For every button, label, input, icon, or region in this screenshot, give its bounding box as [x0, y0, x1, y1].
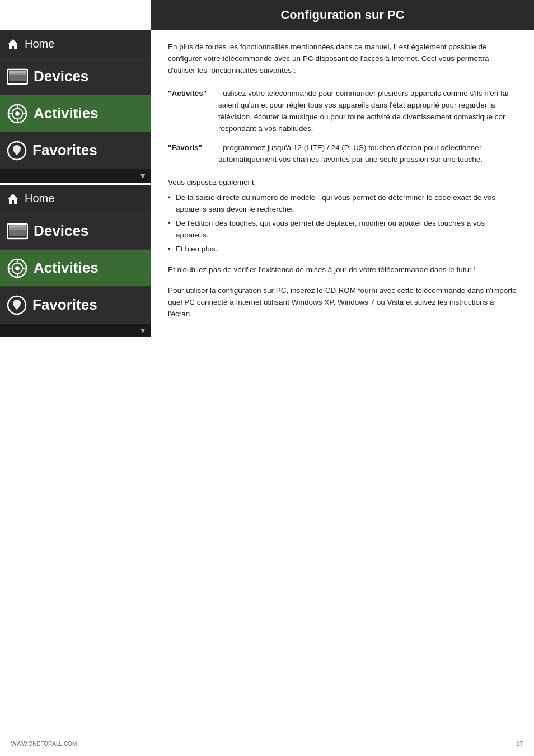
scroll-down-arrow-2: ▼	[139, 326, 147, 335]
sidebar-devices-label: Devices	[34, 68, 88, 85]
feature-desc-favoris: - programmez jusqu'à 12 (LITE) / 24 (PLU…	[218, 142, 517, 166]
sidebar-favorites-label-2: Favorites	[32, 296, 97, 314]
feature-table: "Activités" - utilisez votre télécommand…	[168, 88, 517, 166]
future-paragraph: Et n'oubliez pas de vérifier l'existence…	[168, 264, 517, 276]
bullet-item-3: Et bien plus.	[168, 244, 517, 255]
intro-paragraph: En plus de toutes les fonctionnalités me…	[168, 41, 517, 77]
svg-rect-17	[9, 226, 26, 236]
also-title: Vous disposez également:	[168, 177, 517, 189]
feature-desc-activites: - utilisez votre télécommande pour comma…	[218, 88, 517, 135]
sidebar-favorites-label: Favorites	[32, 142, 97, 159]
bullet-item-2: De l'édition des touches, qui vous perme…	[168, 218, 517, 241]
feature-row-favoris: "Favoris" - programmez jusqu'à 12 (LITE)…	[168, 142, 517, 166]
bullet-list: De la saisie directe du numéro de modèle…	[168, 192, 517, 255]
scroll-indicator-1: ▼	[0, 169, 151, 183]
sidebar-item-favorites-2[interactable]: Favorites	[0, 287, 151, 324]
devices-icon	[7, 68, 28, 86]
sidebar-activities-label-2: Activities	[34, 259, 99, 277]
sidebar-item-home[interactable]: Home	[0, 30, 151, 58]
sidebar-item-favorites[interactable]: Favorites	[0, 132, 151, 169]
sidebar-panel-1: Home Devices	[0, 30, 151, 183]
feature-row-activites: "Activités" - utilisez votre télécommand…	[168, 88, 517, 135]
feature-term-activites: "Activités"	[168, 88, 218, 100]
sidebar-item-activities[interactable]: Activities	[0, 95, 151, 132]
page-title: Configuration sur PC	[151, 0, 534, 30]
also-section: Vous disposez également: De la saisie di…	[168, 177, 517, 255]
sidebar-activities-label: Activities	[34, 105, 99, 122]
activities-icon	[7, 103, 28, 124]
bullet-item-1: De la saisie directe du numéro de modèle…	[168, 192, 517, 216]
sidebar: Home Devices	[0, 30, 151, 756]
main-content: En plus de toutes les fonctionnalités me…	[151, 30, 534, 756]
sidebar-item-devices[interactable]: Devices	[0, 58, 151, 95]
devices-icon-2	[7, 222, 28, 240]
sidebar-panel-2: Home Devices	[0, 185, 151, 337]
sidebar-item-activities-2[interactable]: Activities	[0, 250, 151, 287]
home-icon-2	[7, 193, 19, 205]
page-number: 17	[517, 741, 523, 747]
footer: WWW.ONEFORALL.COM 17	[0, 741, 534, 747]
feature-term-favoris: "Favoris"	[168, 142, 218, 154]
svg-marker-15	[8, 194, 18, 204]
scroll-down-arrow-1: ▼	[139, 171, 147, 180]
footer-url: WWW.ONEFORALL.COM	[11, 741, 77, 747]
svg-point-9	[15, 111, 20, 116]
sidebar-home-label-2: Home	[25, 192, 54, 205]
sidebar-item-home-2[interactable]: Home	[0, 185, 151, 213]
svg-marker-0	[8, 39, 18, 49]
scroll-indicator-2: ▼	[0, 324, 151, 337]
home-icon	[7, 38, 19, 50]
activities-icon-2	[7, 258, 28, 279]
cd-paragraph: Pour utiliser la configuration sur PC, i…	[168, 285, 517, 320]
favorites-icon	[7, 141, 27, 161]
sidebar-home-label: Home	[25, 38, 54, 50]
sidebar-devices-label-2: Devices	[34, 222, 88, 240]
sidebar-item-devices-2[interactable]: Devices	[0, 213, 151, 250]
svg-point-24	[15, 266, 20, 270]
favorites-icon-2	[7, 295, 27, 315]
svg-rect-2	[9, 71, 26, 81]
